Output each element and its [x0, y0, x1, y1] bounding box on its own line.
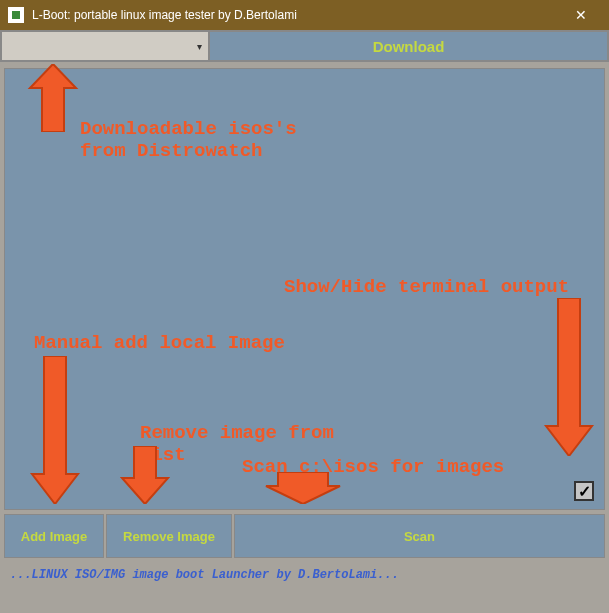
add-image-button[interactable]: Add Image — [4, 514, 104, 558]
bottom-toolbar: Add Image Remove Image Scan — [4, 514, 605, 558]
status-bar: ...LINUX ISO/IMG image boot Launcher by … — [0, 562, 609, 588]
scan-label: Scan — [404, 529, 435, 544]
window-title: L-Boot: portable linux image tester by D… — [32, 8, 561, 22]
titlebar: L-Boot: portable linux image tester by D… — [0, 0, 609, 30]
scan-button[interactable]: Scan — [234, 514, 605, 558]
download-button[interactable]: Download — [209, 31, 608, 61]
add-image-label: Add Image — [21, 529, 87, 544]
download-label: Download — [373, 38, 445, 55]
app-icon — [8, 7, 24, 23]
window-body: ▾ Download ✓ Add Image Remove Image Scan… — [0, 30, 609, 588]
show-terminal-checkbox[interactable]: ✓ — [574, 481, 594, 501]
remove-image-button[interactable]: Remove Image — [106, 514, 232, 558]
top-toolbar: ▾ Download — [0, 30, 609, 62]
chevron-down-icon: ▾ — [197, 41, 202, 52]
remove-image-label: Remove Image — [123, 529, 215, 544]
main-panel: ✓ — [4, 68, 605, 510]
close-icon[interactable]: ✕ — [561, 0, 601, 30]
checkmark-icon: ✓ — [578, 482, 591, 501]
iso-dropdown[interactable]: ▾ — [1, 31, 209, 61]
